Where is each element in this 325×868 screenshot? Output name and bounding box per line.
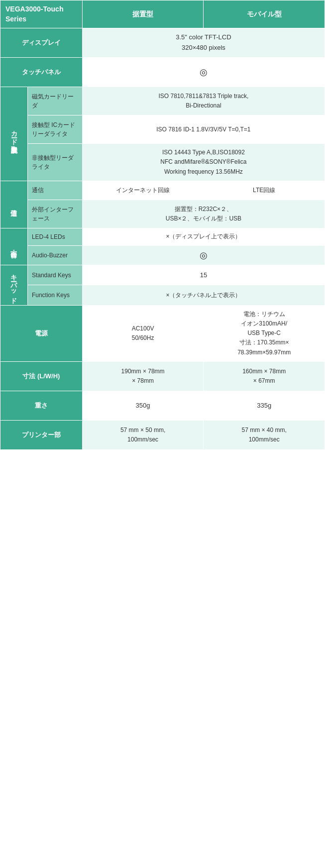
nfc-value: ISO 14443 Type A,B,ISO18092NFC andMifare… [82, 144, 325, 181]
weight-mobile: 335g [204, 391, 325, 420]
row-label-audio: 画面・音 [0, 228, 28, 265]
row-label-card: カード読取装置 [0, 87, 28, 181]
network-stationary: インターネット回線 [82, 181, 204, 200]
ic-value: ISO 7816 ID-1 1.8V/3V/5V T=0,T=1 [82, 115, 325, 144]
network-mobile: LTE回線 [204, 181, 325, 200]
sub-label-function-keys: Function Keys [27, 285, 82, 306]
row-label-size: 寸法 (L/W/H) [0, 361, 83, 391]
row-label-display: ディスプレイ [0, 28, 83, 58]
col-header-stationary: 据置型 [82, 0, 204, 28]
printer-stationary: 57 mm × 50 mm,100mm/sec [82, 420, 204, 449]
weight-stationary: 350g [82, 391, 204, 420]
row-label-weight: 重さ [0, 391, 83, 420]
led-value: ×（ディスプレイ上で表示） [82, 228, 325, 245]
sub-label-buzzer: Audio-Buzzer [27, 245, 82, 265]
buzzer-value: ◎ [82, 245, 325, 265]
interface-value: 据置型：R232C×２、USB×２、モバイル型：USB [82, 200, 325, 228]
row-label-printer: プリンター部 [0, 420, 83, 449]
sub-label-standard-keys: Standard Keys [27, 265, 82, 285]
standard-keys-value: 15 [82, 265, 325, 285]
size-stationary: 190mm × 78mm× 78mm [82, 361, 204, 391]
sub-label-nfc: 非接触型リーダライタ [27, 144, 82, 181]
sub-label-magnetic: 磁気カードリーダ [27, 87, 82, 115]
row-label-keypad: キーパッド [0, 265, 28, 305]
sub-label-led: LED-4 LEDs [27, 228, 82, 245]
display-value: 3.5" color TFT-LCD320×480 pixels [82, 28, 325, 58]
printer-mobile: 57 mm × 40 mm,100mm/sec [204, 420, 325, 449]
size-mobile: 160mm × 78mm× 67mm [204, 361, 325, 391]
row-label-touch: タッチパネル [0, 58, 83, 87]
sub-label-ic: 接触型 ICカードリーダライタ [27, 115, 82, 144]
magnetic-value: ISO 7810,7811&7813 Triple track,Bi-Direc… [82, 87, 325, 115]
row-label-power: 電源 [0, 305, 83, 361]
table-title: VEGA3000-TouchSeries [0, 0, 83, 28]
col-header-mobile: モバイル型 [204, 0, 325, 28]
row-label-comm: 通信 [0, 181, 28, 228]
sub-label-network: 通信 [27, 181, 82, 200]
touch-value: ◎ [82, 58, 325, 87]
power-mobile: 電池：リチウムイオン3100mAH/USB Type-C寸法：170.35mm×… [204, 305, 325, 361]
function-keys-value: ×（タッチパネル上で表示） [82, 285, 325, 306]
power-stationary: AC100V50/60Hz [82, 305, 204, 361]
sub-label-interface: 外部インターフェース [27, 200, 82, 228]
